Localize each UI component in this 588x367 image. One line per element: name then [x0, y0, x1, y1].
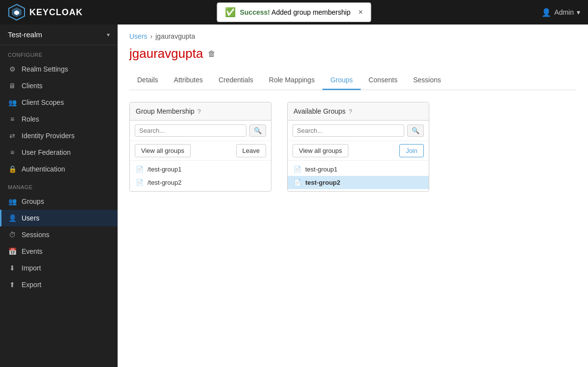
- join-group-button[interactable]: Join: [399, 144, 424, 157]
- sidebar-item-label: Import: [22, 264, 41, 272]
- sidebar-item-label: Users: [22, 214, 40, 222]
- user-tabs: Details Attributes Credentials Role Mapp…: [129, 71, 576, 90]
- breadcrumb-current: jgauravgupta: [155, 32, 195, 40]
- sidebar-item-label: Sessions: [22, 231, 49, 239]
- groups-icon: 👥: [8, 197, 17, 205]
- tab-attributes[interactable]: Attributes: [166, 71, 211, 90]
- sidebar-item-label: Clients: [22, 82, 43, 90]
- user-icon: 👤: [541, 8, 551, 17]
- group-membership-item-path: /test-group1: [147, 166, 181, 173]
- authentication-icon: 🔒: [8, 165, 17, 173]
- identity-providers-icon: ⇄: [8, 132, 17, 140]
- page-title-row: jgauravgupta 🗑: [129, 46, 576, 61]
- sidebar-item-authentication[interactable]: 🔒 Authentication: [0, 161, 118, 177]
- sidebar-item-label: Identity Providers: [22, 132, 74, 140]
- content-inner: Users › jgauravgupta jgauravgupta 🗑 Deta…: [118, 24, 588, 203]
- sessions-icon: ⏱: [8, 231, 17, 239]
- group-membership-list: 📄 /test-group1 📄 /test-group2: [130, 161, 271, 191]
- success-check-icon: ✅: [225, 7, 236, 18]
- realm-selector[interactable]: Test-realm ▾: [0, 24, 118, 45]
- available-group-name: test-group1: [305, 166, 338, 173]
- logo-text: KEYCLOAK: [29, 7, 83, 18]
- tab-groups[interactable]: Groups: [322, 71, 361, 90]
- user-menu[interactable]: 👤 Admin ▾: [541, 8, 580, 17]
- roles-icon: ≡: [8, 115, 17, 123]
- sidebar-item-clients[interactable]: 🖥 Clients: [0, 77, 118, 94]
- client-scopes-icon: 👥: [8, 98, 17, 106]
- sidebar-item-client-scopes[interactable]: 👥 Client Scopes: [0, 94, 118, 111]
- group-membership-search-row: 🔍: [130, 121, 271, 141]
- events-icon: 📅: [8, 247, 17, 255]
- manage-section-label: Manage: [0, 177, 118, 193]
- keycloak-logo-icon: [8, 3, 25, 21]
- sidebar: Test-realm ▾ Configure ⚙ Realm Settings …: [0, 24, 118, 367]
- available-groups-search-button[interactable]: 🔍: [407, 124, 424, 137]
- group-file-icon: 📄: [136, 179, 144, 186]
- group-membership-search-button[interactable]: 🔍: [249, 124, 266, 137]
- sidebar-item-users[interactable]: 👤 Users: [0, 210, 118, 226]
- sidebar-item-label: Client Scopes: [22, 98, 64, 106]
- view-all-groups-membership-button[interactable]: View all groups: [135, 144, 191, 157]
- user-federation-icon: ≡: [8, 148, 17, 156]
- sidebar-item-realm-settings[interactable]: ⚙ Realm Settings: [0, 61, 118, 77]
- admin-label: Admin: [554, 8, 574, 16]
- configure-section-label: Configure: [0, 45, 118, 61]
- success-message: Success! Added group membership: [240, 8, 350, 16]
- group-file-icon: 📄: [294, 166, 301, 173]
- sidebar-item-sessions[interactable]: ⏱ Sessions: [0, 226, 118, 243]
- group-membership-header: Group Membership ?: [130, 102, 271, 121]
- group-membership-item-path: /test-group2: [147, 179, 181, 186]
- users-icon: 👤: [8, 214, 17, 222]
- list-item[interactable]: 📄 /test-group1: [130, 163, 271, 176]
- logo: KEYCLOAK: [8, 3, 83, 21]
- group-file-icon: 📄: [294, 179, 301, 186]
- delete-user-button[interactable]: 🗑: [208, 49, 216, 58]
- available-groups-list: 📄 test-group1 📄 test-group2: [288, 161, 429, 191]
- success-close-button[interactable]: ×: [358, 8, 363, 17]
- sidebar-item-identity-providers[interactable]: ⇄ Identity Providers: [0, 127, 118, 144]
- realm-chevron-icon: ▾: [107, 31, 110, 38]
- available-group-name: test-group2: [305, 179, 341, 186]
- list-item[interactable]: 📄 test-group2: [288, 176, 429, 189]
- content-area: Users › jgauravgupta jgauravgupta 🗑 Deta…: [118, 24, 588, 367]
- page-title: jgauravgupta: [129, 46, 203, 61]
- list-item[interactable]: 📄 /test-group2: [130, 176, 271, 189]
- sidebar-item-roles[interactable]: ≡ Roles: [0, 111, 118, 127]
- admin-chevron-icon: ▾: [577, 8, 580, 16]
- tab-consents[interactable]: Consents: [361, 71, 405, 90]
- realm-settings-icon: ⚙: [8, 65, 17, 73]
- available-groups-search-input[interactable]: [293, 124, 404, 137]
- available-groups-title: Available Groups: [294, 107, 345, 115]
- tab-role-mappings[interactable]: Role Mappings: [261, 71, 322, 90]
- tab-details[interactable]: Details: [129, 71, 166, 90]
- sidebar-item-label: Realm Settings: [22, 65, 68, 73]
- breadcrumb-separator: ›: [150, 32, 153, 40]
- import-icon: ⬇: [8, 264, 17, 272]
- main-layout: Test-realm ▾ Configure ⚙ Realm Settings …: [0, 24, 588, 367]
- available-groups-actions: View all groups Join: [288, 141, 429, 161]
- available-groups-search-row: 🔍: [288, 121, 429, 141]
- breadcrumb-users-link[interactable]: Users: [129, 32, 147, 40]
- sidebar-item-label: Export: [22, 281, 41, 289]
- realm-name: Test-realm: [8, 30, 42, 39]
- groups-container: Group Membership ? 🔍 View all groups Lea…: [129, 102, 576, 192]
- sidebar-item-user-federation[interactable]: ≡ User Federation: [0, 144, 118, 161]
- clients-icon: 🖥: [8, 82, 17, 90]
- leave-group-button[interactable]: Leave: [236, 144, 266, 157]
- sidebar-item-groups[interactable]: 👥 Groups: [0, 193, 118, 210]
- sidebar-item-events[interactable]: 📅 Events: [0, 243, 118, 260]
- group-membership-help-icon[interactable]: ?: [197, 108, 201, 115]
- available-groups-help-icon[interactable]: ?: [348, 108, 352, 115]
- list-item[interactable]: 📄 test-group1: [288, 163, 429, 176]
- sidebar-item-export[interactable]: ⬆ Export: [0, 276, 118, 293]
- sidebar-item-label: Roles: [22, 115, 39, 123]
- available-groups-header: Available Groups ?: [288, 102, 429, 121]
- view-all-groups-available-button[interactable]: View all groups: [293, 144, 348, 157]
- tab-credentials[interactable]: Credentials: [211, 71, 261, 90]
- navbar: KEYCLOAK ✅ Success! Added group membersh…: [0, 0, 588, 24]
- available-groups-panel: Available Groups ? 🔍 View all groups Joi…: [287, 102, 429, 192]
- sidebar-item-import[interactable]: ⬇ Import: [0, 260, 118, 276]
- group-membership-search-input[interactable]: [135, 124, 246, 137]
- sidebar-item-label: Authentication: [22, 165, 65, 173]
- tab-sessions[interactable]: Sessions: [405, 71, 449, 90]
